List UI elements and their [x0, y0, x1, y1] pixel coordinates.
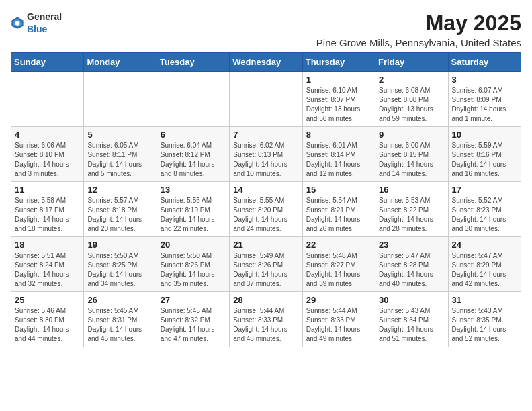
day-number: 31 — [452, 295, 517, 305]
day-number: 15 — [306, 185, 371, 195]
day-info: Sunrise: 5:53 AMSunset: 8:22 PMDaylight:… — [379, 196, 444, 234]
day-cell: 19Sunrise: 5:50 AMSunset: 8:25 PMDayligh… — [84, 237, 157, 292]
week-row-4: 18Sunrise: 5:51 AMSunset: 8:24 PMDayligh… — [11, 237, 521, 292]
day-info: Sunrise: 5:50 AMSunset: 8:26 PMDaylight:… — [161, 251, 226, 289]
day-info: Sunrise: 5:54 AMSunset: 8:21 PMDaylight:… — [306, 196, 371, 234]
day-cell: 4Sunrise: 6:06 AMSunset: 8:10 PMDaylight… — [11, 127, 84, 182]
day-info: Sunrise: 5:52 AMSunset: 8:23 PMDaylight:… — [452, 196, 517, 234]
calendar-header: SundayMondayTuesdayWednesdayThursdayFrid… — [11, 53, 521, 72]
day-cell: 28Sunrise: 5:44 AMSunset: 8:33 PMDayligh… — [230, 292, 302, 347]
day-cell — [230, 72, 302, 127]
calendar-body: 1Sunrise: 6:10 AMSunset: 8:07 PMDaylight… — [11, 72, 521, 347]
logo-general: General — [27, 11, 62, 22]
day-number: 13 — [161, 185, 226, 195]
day-number: 17 — [452, 185, 517, 195]
day-number: 28 — [233, 295, 298, 305]
day-info: Sunrise: 6:01 AMSunset: 8:14 PMDaylight:… — [306, 141, 371, 179]
day-cell: 17Sunrise: 5:52 AMSunset: 8:23 PMDayligh… — [448, 182, 521, 237]
day-cell — [157, 72, 229, 127]
day-info: Sunrise: 5:58 AMSunset: 8:17 PMDaylight:… — [15, 196, 80, 234]
day-number: 12 — [87, 185, 152, 195]
day-number: 4 — [15, 130, 80, 140]
day-cell: 25Sunrise: 5:46 AMSunset: 8:30 PMDayligh… — [11, 292, 84, 347]
header-day-tuesday: Tuesday — [157, 53, 229, 72]
day-info: Sunrise: 6:07 AMSunset: 8:09 PMDaylight:… — [452, 86, 517, 124]
day-number: 10 — [452, 130, 517, 140]
day-info: Sunrise: 5:59 AMSunset: 8:16 PMDaylight:… — [452, 141, 517, 179]
day-info: Sunrise: 5:56 AMSunset: 8:19 PMDaylight:… — [161, 196, 226, 234]
day-number: 8 — [306, 130, 371, 140]
day-info: Sunrise: 5:45 AMSunset: 8:32 PMDaylight:… — [161, 306, 226, 344]
day-number: 20 — [161, 240, 226, 250]
day-number: 5 — [87, 130, 152, 140]
day-cell: 7Sunrise: 6:02 AMSunset: 8:13 PMDaylight… — [230, 127, 302, 182]
week-row-1: 1Sunrise: 6:10 AMSunset: 8:07 PMDaylight… — [11, 72, 521, 127]
day-cell: 21Sunrise: 5:49 AMSunset: 8:26 PMDayligh… — [230, 237, 302, 292]
day-number: 7 — [233, 130, 298, 140]
day-number: 21 — [233, 240, 298, 250]
day-cell: 13Sunrise: 5:56 AMSunset: 8:19 PMDayligh… — [157, 182, 229, 237]
day-info: Sunrise: 6:10 AMSunset: 8:07 PMDaylight:… — [306, 86, 371, 124]
day-number: 14 — [233, 185, 298, 195]
day-info: Sunrise: 5:47 AMSunset: 8:29 PMDaylight:… — [452, 251, 517, 289]
day-cell: 24Sunrise: 5:47 AMSunset: 8:29 PMDayligh… — [448, 237, 521, 292]
day-cell: 20Sunrise: 5:50 AMSunset: 8:26 PMDayligh… — [157, 237, 229, 292]
day-info: Sunrise: 5:50 AMSunset: 8:25 PMDaylight:… — [87, 251, 152, 289]
day-cell: 2Sunrise: 6:08 AMSunset: 8:08 PMDaylight… — [375, 72, 448, 127]
day-number: 11 — [15, 185, 80, 195]
subtitle: Pine Grove Mills, Pennsylvania, United S… — [316, 37, 521, 48]
day-number: 27 — [161, 295, 226, 305]
header-day-thursday: Thursday — [302, 53, 375, 72]
logo-text: General Blue — [27, 11, 62, 35]
week-row-3: 11Sunrise: 5:58 AMSunset: 8:17 PMDayligh… — [11, 182, 521, 237]
day-info: Sunrise: 5:51 AMSunset: 8:24 PMDaylight:… — [15, 251, 80, 289]
calendar: SundayMondayTuesdayWednesdayThursdayFrid… — [11, 52, 521, 347]
day-cell: 6Sunrise: 6:04 AMSunset: 8:12 PMDaylight… — [157, 127, 229, 182]
day-cell: 11Sunrise: 5:58 AMSunset: 8:17 PMDayligh… — [11, 182, 84, 237]
header: General Blue May 2025 Pine Grove Mills, … — [11, 11, 521, 48]
day-cell: 22Sunrise: 5:48 AMSunset: 8:27 PMDayligh… — [302, 237, 375, 292]
day-number: 30 — [379, 295, 444, 305]
day-info: Sunrise: 5:43 AMSunset: 8:35 PMDaylight:… — [452, 306, 517, 344]
day-info: Sunrise: 5:43 AMSunset: 8:34 PMDaylight:… — [379, 306, 444, 344]
day-cell: 5Sunrise: 6:05 AMSunset: 8:11 PMDaylight… — [84, 127, 157, 182]
day-info: Sunrise: 5:44 AMSunset: 8:33 PMDaylight:… — [306, 306, 371, 344]
day-info: Sunrise: 5:44 AMSunset: 8:33 PMDaylight:… — [233, 306, 298, 344]
day-cell: 1Sunrise: 6:10 AMSunset: 8:07 PMDaylight… — [302, 72, 375, 127]
day-info: Sunrise: 6:06 AMSunset: 8:10 PMDaylight:… — [15, 141, 80, 179]
day-info: Sunrise: 5:57 AMSunset: 8:18 PMDaylight:… — [87, 196, 152, 234]
day-info: Sunrise: 6:04 AMSunset: 8:12 PMDaylight:… — [161, 141, 226, 179]
day-cell: 8Sunrise: 6:01 AMSunset: 8:14 PMDaylight… — [302, 127, 375, 182]
logo: General Blue — [11, 11, 62, 35]
day-cell: 3Sunrise: 6:07 AMSunset: 8:09 PMDaylight… — [448, 72, 521, 127]
day-cell: 9Sunrise: 6:00 AMSunset: 8:15 PMDaylight… — [375, 127, 448, 182]
day-cell: 26Sunrise: 5:45 AMSunset: 8:31 PMDayligh… — [84, 292, 157, 347]
logo-blue: Blue — [27, 24, 47, 34]
day-cell: 10Sunrise: 5:59 AMSunset: 8:16 PMDayligh… — [448, 127, 521, 182]
day-cell: 14Sunrise: 5:55 AMSunset: 8:20 PMDayligh… — [230, 182, 302, 237]
logo-icon — [11, 16, 24, 30]
day-cell — [84, 72, 157, 127]
day-info: Sunrise: 5:46 AMSunset: 8:30 PMDaylight:… — [15, 306, 80, 344]
day-cell: 30Sunrise: 5:43 AMSunset: 8:34 PMDayligh… — [375, 292, 448, 347]
day-number: 25 — [15, 295, 80, 305]
day-number: 26 — [87, 295, 152, 305]
day-cell — [11, 72, 84, 127]
day-info: Sunrise: 5:55 AMSunset: 8:20 PMDaylight:… — [233, 196, 298, 234]
day-number: 1 — [306, 75, 371, 85]
main-title: May 2025 — [316, 11, 521, 36]
title-area: May 2025 Pine Grove Mills, Pennsylvania,… — [316, 11, 521, 48]
week-row-2: 4Sunrise: 6:06 AMSunset: 8:10 PMDaylight… — [11, 127, 521, 182]
day-cell: 18Sunrise: 5:51 AMSunset: 8:24 PMDayligh… — [11, 237, 84, 292]
day-number: 22 — [306, 240, 371, 250]
day-info: Sunrise: 5:49 AMSunset: 8:26 PMDaylight:… — [233, 251, 298, 289]
day-cell: 12Sunrise: 5:57 AMSunset: 8:18 PMDayligh… — [84, 182, 157, 237]
day-cell: 15Sunrise: 5:54 AMSunset: 8:21 PMDayligh… — [302, 182, 375, 237]
day-info: Sunrise: 5:47 AMSunset: 8:28 PMDaylight:… — [379, 251, 444, 289]
day-number: 18 — [15, 240, 80, 250]
day-number: 6 — [161, 130, 226, 140]
day-number: 16 — [379, 185, 444, 195]
day-info: Sunrise: 5:45 AMSunset: 8:31 PMDaylight:… — [87, 306, 152, 344]
header-day-monday: Monday — [84, 53, 157, 72]
day-cell: 23Sunrise: 5:47 AMSunset: 8:28 PMDayligh… — [375, 237, 448, 292]
